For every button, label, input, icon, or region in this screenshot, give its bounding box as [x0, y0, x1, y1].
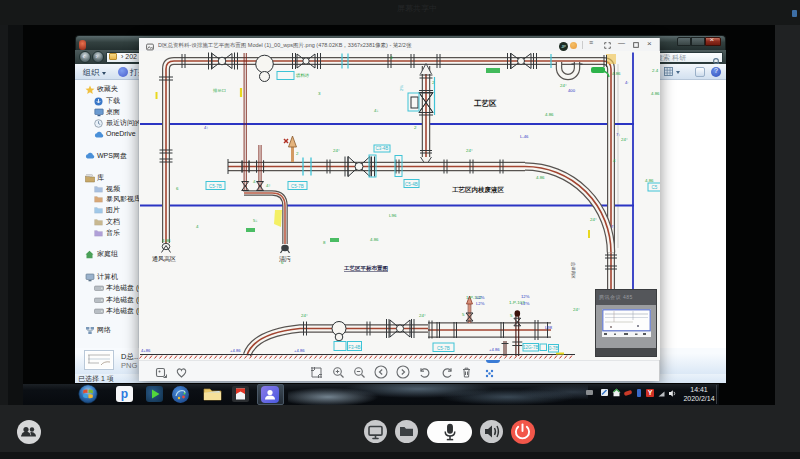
svg-text:C5-7B: C5-7B — [291, 184, 304, 189]
svg-text:4.86: 4.86 — [162, 238, 171, 243]
svg-text:L96: L96 — [389, 213, 397, 218]
svg-text:工艺区: 工艺区 — [473, 99, 497, 108]
svg-text:24°: 24° — [333, 148, 340, 153]
svg-text:24°: 24° — [560, 83, 567, 88]
svg-text:4+86: 4+86 — [141, 348, 151, 353]
svg-text:2%: 2% — [399, 85, 404, 91]
svg-text:L2%: L2% — [521, 301, 530, 306]
svg-text:通风高区: 通风高区 — [152, 255, 176, 262]
svg-text:12G-7B: 12G-7B — [523, 345, 539, 350]
svg-text:+4.86: +4.86 — [489, 347, 500, 352]
svg-text:5↓: 5↓ — [253, 218, 258, 223]
svg-text:4↑: 4↑ — [204, 125, 208, 130]
svg-text:C5-7B: C5-7B — [437, 346, 450, 351]
svg-text:7↓: 7↓ — [616, 132, 620, 137]
svg-text:24°: 24° — [590, 217, 597, 222]
svg-text:L98: L98 — [545, 325, 553, 330]
svg-text:24°: 24° — [419, 313, 426, 318]
svg-text:24°: 24° — [301, 313, 308, 318]
svg-text:+4.86: +4.86 — [294, 348, 305, 353]
svg-text:C5-4B: C5-4B — [405, 182, 418, 187]
svg-text:24°: 24° — [466, 148, 473, 153]
svg-text:C3-4B: C3-4B — [376, 146, 389, 151]
svg-text:400: 400 — [568, 88, 576, 93]
svg-text:0-7B: 0-7B — [549, 346, 559, 351]
svg-text:总进高区: 总进高区 — [571, 261, 576, 280]
svg-text:12%: 12% — [521, 294, 530, 299]
svg-text:工艺区内枝废液区: 工艺区内枝废液区 — [452, 186, 505, 194]
svg-text:4.86: 4.86 — [545, 112, 554, 117]
svg-text:C5: C5 — [652, 185, 658, 190]
svg-text:4.86: 4.86 — [536, 175, 545, 180]
svg-text:4:: 4: — [625, 80, 629, 85]
svg-text:+4.86: +4.86 — [230, 348, 241, 353]
svg-text:工艺区平标布置图: 工艺区平标布置图 — [343, 264, 389, 272]
svg-text:7↓: 7↓ — [611, 224, 615, 229]
svg-text:L2%: L2% — [476, 301, 485, 306]
svg-text:排放口: 排放口 — [213, 88, 226, 93]
svg-text:4.86: 4.86 — [612, 71, 621, 76]
svg-text:24°: 24° — [573, 307, 580, 312]
svg-text:4↑: 4↑ — [266, 183, 271, 188]
svg-text:24°: 24° — [621, 137, 628, 142]
svg-text:4.86: 4.86 — [370, 237, 379, 242]
svg-text:4.86: 4.86 — [651, 91, 660, 96]
svg-text:4↓: 4↓ — [374, 108, 379, 113]
svg-text:2.4: 2.4 — [652, 68, 659, 73]
svg-text:填料塔: 填料塔 — [295, 73, 310, 78]
svg-text:4.86: 4.86 — [645, 178, 654, 183]
svg-text:L-46: L-46 — [520, 134, 529, 139]
svg-text:F3-4B: F3-4B — [348, 345, 360, 350]
svg-text:L2%: L2% — [476, 295, 485, 300]
svg-text:C5-7B: C5-7B — [209, 184, 222, 189]
